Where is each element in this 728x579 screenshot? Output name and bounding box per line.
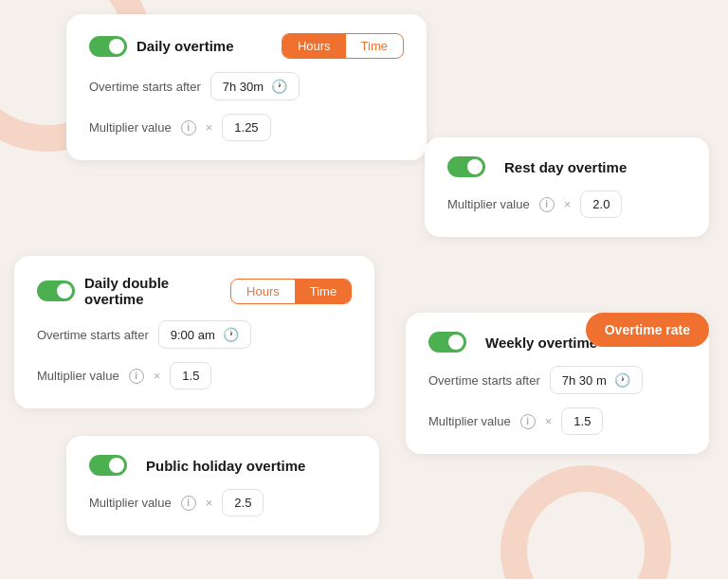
rest-day-info-icon[interactable]: i: [539, 197, 555, 212]
daily-overtime-starts-after-input[interactable]: 7h 30m 🕐: [210, 72, 300, 100]
card-daily-overtime: Daily overtime Hours Time Overtime start…: [66, 14, 427, 160]
card-daily-double-overtime: Daily double overtime Hours Time Overtim…: [14, 256, 374, 408]
daily-double-starts-after-input[interactable]: 9:00 am 🕐: [158, 320, 251, 349]
weekly-overtime-starts-after-label: Overtime starts after: [428, 373, 540, 388]
daily-overtime-info-icon[interactable]: i: [181, 120, 196, 136]
daily-double-multiplier-label: Multiplier value: [37, 369, 119, 383]
rest-day-multiplier-value: 2.0: [592, 197, 610, 211]
decorative-circle-bottom-right: [500, 465, 671, 579]
daily-overtime-toggle[interactable]: [89, 36, 127, 57]
daily-double-header: Daily double overtime Hours Time: [37, 275, 352, 307]
rest-day-multiplier-row: Multiplier value i × 2.0: [447, 190, 686, 218]
rest-day-toggle[interactable]: [447, 156, 485, 177]
rest-day-x-sep: ×: [564, 197, 572, 211]
public-holiday-multiplier-value: 2.5: [234, 496, 251, 510]
weekly-overtime-starts-after-row: Overtime starts after 7h 30 m 🕐: [428, 366, 686, 394]
weekly-overtime-multiplier-row: Multiplier value i × 1.5: [428, 407, 686, 435]
card-daily-overtime-header-left: Daily overtime: [89, 36, 234, 57]
daily-double-starts-after-row: Overtime starts after 9:00 am 🕐: [37, 320, 352, 349]
daily-double-starts-after-value: 9:00 am: [171, 328, 215, 342]
daily-overtime-multiplier-input[interactable]: 1.25: [222, 114, 270, 141]
public-holiday-info-icon[interactable]: i: [181, 496, 196, 511]
public-holiday-multiplier-input[interactable]: 2.5: [222, 489, 264, 516]
daily-double-x-sep: ×: [154, 369, 161, 383]
card-rest-day-overtime: Rest day overtime Multiplier value i × 2…: [425, 137, 709, 237]
rest-day-multiplier-input[interactable]: 2.0: [580, 190, 622, 218]
daily-overtime-tab-hours[interactable]: Hours: [282, 34, 346, 58]
daily-double-multiplier-value: 1.5: [182, 369, 199, 383]
rest-day-multiplier-label: Multiplier value: [447, 197, 530, 211]
public-holiday-title: Public holiday overtime: [146, 458, 305, 474]
public-holiday-multiplier-label: Multiplier value: [89, 496, 172, 510]
public-holiday-x-sep: ×: [206, 496, 213, 510]
public-holiday-multiplier-row: Multiplier value i × 2.5: [89, 489, 356, 516]
daily-overtime-tab-group: Hours Time: [282, 33, 404, 59]
public-holiday-header-left: Public holiday overtime: [89, 455, 356, 476]
weekly-overtime-starts-after-input[interactable]: 7h 30 m 🕐: [550, 366, 643, 394]
daily-double-info-icon[interactable]: i: [129, 369, 144, 384]
card-public-holiday-overtime: Public holiday overtime Multiplier value…: [66, 436, 379, 535]
daily-overtime-starts-after-value: 7h 30m: [223, 80, 264, 94]
clock-icon-daily: 🕐: [271, 79, 287, 94]
daily-double-tab-group: Hours Time: [230, 279, 352, 304]
weekly-overtime-toggle[interactable]: [428, 332, 466, 353]
weekly-overtime-info-icon[interactable]: i: [520, 414, 536, 429]
daily-overtime-starts-after-label: Overtime starts after: [89, 80, 201, 94]
daily-overtime-multiplier-row: Multiplier value i × 1.25: [89, 114, 404, 141]
daily-double-tab-time[interactable]: Time: [295, 280, 352, 303]
weekly-overtime-title: Weekly overtime: [485, 335, 597, 351]
daily-double-toggle[interactable]: [37, 280, 75, 301]
daily-double-multiplier-row: Multiplier value i × 1.5: [37, 362, 352, 389]
weekly-overtime-multiplier-value: 1.5: [573, 414, 591, 428]
overtime-rate-badge: Overtime rate: [586, 313, 709, 347]
daily-double-starts-after-label: Overtime starts after: [37, 328, 149, 342]
daily-overtime-x-sep: ×: [206, 120, 213, 135]
daily-overtime-multiplier-value: 1.25: [234, 120, 258, 135]
daily-overtime-tab-time[interactable]: Time: [346, 34, 403, 58]
daily-double-title: Daily double overtime: [84, 275, 230, 307]
daily-overtime-multiplier-label: Multiplier value: [89, 120, 172, 135]
weekly-overtime-multiplier-input[interactable]: 1.5: [561, 407, 603, 435]
weekly-overtime-starts-after-value: 7h 30 m: [562, 373, 607, 388]
daily-double-multiplier-input[interactable]: 1.5: [170, 362, 211, 389]
daily-double-tab-hours[interactable]: Hours: [231, 280, 295, 303]
daily-overtime-starts-after-row: Overtime starts after 7h 30m 🕐: [89, 72, 404, 100]
weekly-overtime-multiplier-label: Multiplier value: [428, 414, 511, 428]
card-daily-overtime-header: Daily overtime Hours Time: [89, 33, 404, 59]
clock-icon-daily-double: 🕐: [223, 327, 239, 342]
rest-day-header-left: Rest day overtime: [447, 156, 686, 177]
clock-icon-weekly: 🕐: [614, 372, 630, 388]
daily-double-header-left: Daily double overtime: [37, 275, 230, 307]
public-holiday-toggle[interactable]: [89, 455, 127, 476]
daily-overtime-title: Daily overtime: [136, 38, 234, 54]
rest-day-title: Rest day overtime: [504, 159, 627, 175]
weekly-overtime-x-sep: ×: [545, 414, 553, 428]
